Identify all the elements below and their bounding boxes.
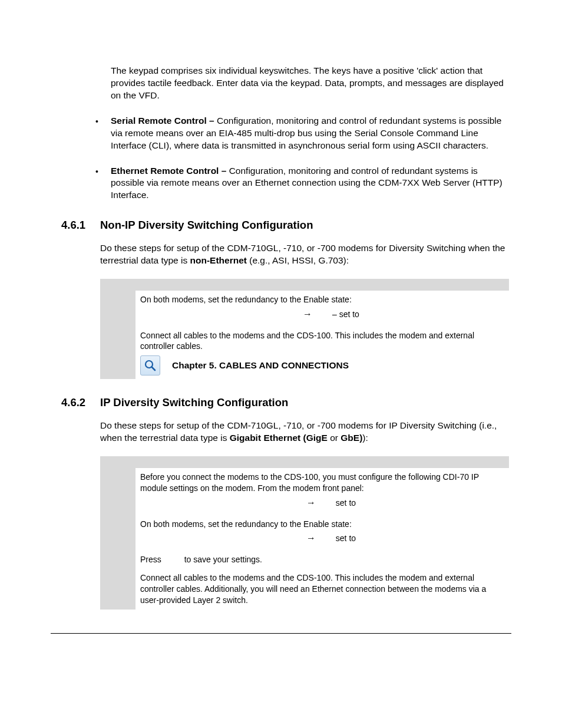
table-row: On both modems, set the redundancy to th… [100, 291, 509, 326]
step-number-cell [100, 515, 135, 551]
table-row: Before you connect the modems to the CDS… [100, 468, 509, 515]
section-title: Non-IP Diversity Switching Configuration [100, 218, 313, 233]
intro-paragraph: The keypad comprises six individual keys… [111, 65, 509, 102]
set-to-text: – set to [332, 309, 359, 320]
steps-table-461: On both modems, set the redundancy to th… [100, 279, 509, 379]
table-row: Connect all cables to the modems and the… [100, 569, 509, 610]
section-heading-462: 4.6.2 IP Diversity Switching Configurati… [53, 396, 509, 410]
bullet-ethernet: • Ethernet Remote Control – Configuratio… [95, 165, 509, 202]
step-text: Before you connect the modems to the CDS… [140, 472, 504, 494]
step-content-cell: Press to save your settings. [135, 551, 509, 569]
text-bold: Gigabit Ethernet (GigE [230, 433, 328, 443]
bullet-dot-icon: • [95, 115, 111, 152]
bullet-lead: Serial Remote Control – [111, 116, 217, 126]
section-number: 4.6.2 [61, 396, 100, 410]
table-header-cell [135, 279, 509, 291]
press-text: Press [140, 555, 164, 564]
text-bold: non-Ethernet [190, 255, 246, 265]
table-header-cell [100, 279, 135, 291]
table-row: On both modems, set the redundancy to th… [100, 515, 509, 551]
text-bold: GbE) [340, 433, 362, 443]
chapter-reference: Chapter 5. CABLES AND CONNECTIONS [140, 352, 504, 375]
footer-rule [51, 633, 511, 634]
table-header-cell [100, 456, 135, 468]
table-header-row [100, 456, 509, 468]
step-number-cell [100, 569, 135, 610]
bullet-serial: • Serial Remote Control – Configuration,… [95, 115, 509, 152]
step-text: On both modems, set the redundancy to th… [140, 294, 504, 305]
step-text: Connect all cables to the modems and the… [140, 572, 504, 606]
table-header-cell [135, 456, 509, 468]
text: ): [362, 433, 368, 443]
arrow-right-icon: → [306, 496, 316, 509]
section-461-intro: Do these steps for setup of the CDM-710G… [100, 242, 509, 267]
step-number-cell [100, 327, 135, 380]
step-text: On both modems, set the redundancy to th… [140, 519, 504, 530]
chapter-ref-text: Chapter 5. CABLES AND CONNECTIONS [172, 360, 349, 372]
section-title: IP Diversity Switching Configuration [100, 396, 288, 410]
bullet-dot-icon: • [95, 165, 111, 202]
step-content-cell: Before you connect the modems to the CDS… [135, 468, 509, 515]
step-text: Connect all cables to the modems and the… [140, 330, 504, 353]
step-content-cell: On both modems, set the redundancy to th… [135, 515, 509, 551]
set-to-text: set to [336, 533, 356, 544]
step-number-cell [100, 291, 135, 326]
table-row: Press to save your settings. [100, 551, 509, 569]
bullet-lead: Ethernet Remote Control – [111, 166, 229, 176]
arrow-line: → set to [140, 494, 504, 512]
arrow-right-icon: → [306, 532, 316, 545]
arrow-right-icon: → [303, 308, 312, 321]
arrow-line: → set to [140, 529, 504, 547]
table-row: Connect all cables to the modems and the… [100, 327, 509, 380]
arrow-line: → – set to [140, 305, 504, 323]
step-number-cell [100, 551, 135, 569]
magnifier-icon [140, 355, 160, 375]
step-number-cell [100, 468, 135, 515]
save-text: to save your settings. [182, 555, 262, 564]
bullet-text: Ethernet Remote Control – Configuration,… [111, 165, 509, 202]
section-462-intro: Do these steps for setup of the CDM-710G… [100, 420, 509, 444]
svg-line-1 [152, 367, 156, 371]
text: or [328, 433, 340, 443]
section-heading-461: 4.6.1 Non-IP Diversity Switching Configu… [53, 218, 509, 233]
steps-table-462: Before you connect the modems to the CDS… [100, 456, 509, 609]
bullet-text: Serial Remote Control – Configuration, m… [111, 115, 509, 152]
table-header-row [100, 279, 509, 291]
set-to-text: set to [336, 498, 356, 509]
section-number: 4.6.1 [61, 218, 100, 233]
step-content-cell: Connect all cables to the modems and the… [135, 327, 509, 380]
step-content-cell: On both modems, set the redundancy to th… [135, 291, 509, 326]
text: (e.g., ASI, HSSI, G.703): [247, 255, 349, 265]
step-content-cell: Connect all cables to the modems and the… [135, 569, 509, 610]
